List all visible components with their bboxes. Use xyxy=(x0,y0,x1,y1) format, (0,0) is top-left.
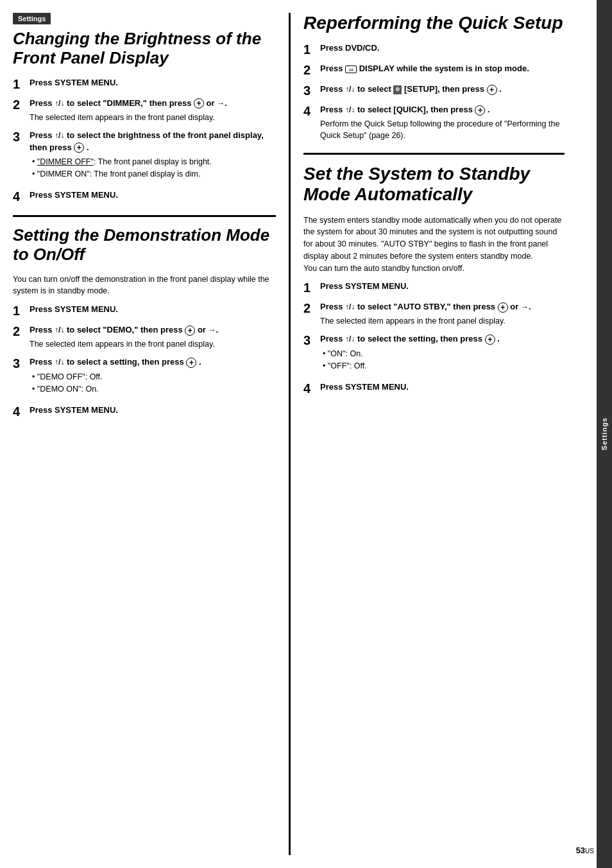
page-suffix: US xyxy=(585,847,594,855)
circle-plus-icon: + xyxy=(186,358,196,368)
step-number: 2 xyxy=(303,63,316,77)
side-tab: Settings xyxy=(597,0,612,868)
step-text: Press SYSTEM MENU. xyxy=(30,304,276,316)
step-number: 4 xyxy=(13,404,26,419)
step-text: Press ↑/↓ to select a setting, then pres… xyxy=(30,356,276,397)
step-note: Perform the Quick Setup following the pr… xyxy=(320,118,565,141)
step-bold: Press SYSTEM MENU. xyxy=(30,405,118,415)
bullet-list: "DIMMER OFF": The front panel display is… xyxy=(32,156,276,180)
circle-plus-icon: + xyxy=(485,334,495,345)
right-column: Reperforming the Quick Setup 1 Press DVD… xyxy=(289,13,565,855)
right-s1-step2: 2 Press ▭ DISPLAY while the system is in… xyxy=(303,63,565,77)
step-number: 4 xyxy=(303,104,316,118)
step-number: 4 xyxy=(303,381,316,395)
arrow-right-icon: → xyxy=(521,302,529,311)
bullet-list: "ON": On. "OFF": Off. xyxy=(323,348,565,372)
step-bold: Press ↑/↓ to select ⚙ [SETUP], then pres… xyxy=(320,84,502,94)
step-bold: Press ↑/↓ to select the brightness of th… xyxy=(30,130,264,152)
section-divider xyxy=(303,153,565,155)
bullet-item: "DIMMER ON": The front panel display is … xyxy=(32,168,276,180)
left-s2-step1: 1 Press SYSTEM MENU. xyxy=(13,304,276,318)
dimmer-off-label: "DIMMER OFF" xyxy=(37,157,94,166)
left-column: Settings Changing the Brightness of the … xyxy=(13,13,289,855)
right-s2-step3: 3 Press ↑/↓ to select the setting, then … xyxy=(303,333,565,374)
right-section2-title: Set the System to Standby Mode Automatic… xyxy=(303,164,565,205)
step-number: 3 xyxy=(303,333,316,347)
circle-plus-icon: + xyxy=(74,143,84,153)
circle-plus-icon: + xyxy=(185,326,195,336)
step-bold: Press ↑/↓ to select the setting, then pr… xyxy=(320,334,500,343)
right-s1-step1: 1 Press DVD/CD. xyxy=(303,42,565,56)
display-icon: ▭ xyxy=(345,65,357,73)
circle-plus-icon: + xyxy=(475,105,485,116)
step-number: 1 xyxy=(303,42,316,56)
step-bold: Press ↑/↓ to select "DIMMER," then press… xyxy=(30,98,227,108)
step-text: Press SYSTEM MENU. xyxy=(30,77,276,89)
bullet-item: "DIMMER OFF": The front panel display is… xyxy=(32,156,276,168)
left-s2-step4: 4 Press SYSTEM MENU. xyxy=(13,404,276,419)
step-text: Press ↑/↓ to select "DEMO," then press +… xyxy=(30,324,276,350)
circle-plus-icon: + xyxy=(487,85,497,95)
step-text: Press SYSTEM MENU. xyxy=(320,381,565,394)
bullet-item: "DEMO ON": On. xyxy=(32,383,276,395)
step-bold: Press ↑/↓ to select [QUICK], then press … xyxy=(320,105,490,114)
right-section1-title: Reperforming the Quick Setup xyxy=(303,13,565,33)
step-bold: Press SYSTEM MENU. xyxy=(320,281,409,291)
step-number: 3 xyxy=(13,356,26,370)
step-note: The selected item appears in the front p… xyxy=(320,315,565,327)
arrow-icon: ↑/↓ xyxy=(55,358,64,367)
circle-plus-icon: + xyxy=(194,98,204,108)
step-number: 1 xyxy=(303,281,316,295)
right-s1-step4: 4 Press ↑/↓ to select [QUICK], then pres… xyxy=(303,104,565,141)
step-bold: Press SYSTEM MENU. xyxy=(30,190,118,200)
step-number: 3 xyxy=(303,83,316,98)
left-s1-step1: 1 Press SYSTEM MENU. xyxy=(13,77,276,91)
right-s1-step3: 3 Press ↑/↓ to select ⚙ [SETUP], then pr… xyxy=(303,83,565,98)
step-text: Press DVD/CD. xyxy=(320,42,565,55)
left-s1-step3: 3 Press ↑/↓ to select the brightness of … xyxy=(13,130,276,183)
step-number: 1 xyxy=(13,77,26,91)
arrow-icon: ↑/↓ xyxy=(55,131,64,140)
left-s2-step2: 2 Press ↑/↓ to select "DEMO," then press… xyxy=(13,324,276,350)
step-text: Press ↑/↓ to select "DIMMER," then press… xyxy=(30,98,276,123)
circle-plus-icon: + xyxy=(498,302,508,313)
step-text: Press ↑/↓ to select the setting, then pr… xyxy=(320,333,565,374)
right-s2-step4: 4 Press SYSTEM MENU. xyxy=(303,381,565,395)
step-number: 2 xyxy=(13,98,26,112)
section2-intro: You can turn on/off the demonstration in… xyxy=(13,273,276,298)
right-s2-step1: 1 Press SYSTEM MENU. xyxy=(303,281,565,295)
step-bold: Press ▭ DISPLAY while the system is in s… xyxy=(320,64,529,73)
side-tab-label: Settings xyxy=(600,417,608,450)
bullet-item: "ON": On. xyxy=(323,348,565,360)
step-text: Press ↑/↓ to select ⚙ [SETUP], then pres… xyxy=(320,83,565,96)
step-bold: Press SYSTEM MENU. xyxy=(30,304,118,314)
step-text: Press ↑/↓ to select the brightness of th… xyxy=(30,130,276,183)
arrow-icon: ↑/↓ xyxy=(345,105,355,114)
settings-badge: Settings xyxy=(13,13,51,24)
arrow-right-icon: → xyxy=(217,99,225,108)
step-text: Press ▭ DISPLAY while the system is in s… xyxy=(320,63,565,75)
step-number: 3 xyxy=(13,130,26,144)
step-note: The selected item appears in the front p… xyxy=(30,112,276,123)
section2-intro: The system enters standby mode automatic… xyxy=(303,214,565,275)
or-label: or xyxy=(198,325,206,334)
step-text: Press SYSTEM MENU. xyxy=(30,189,276,202)
step-text: Press SYSTEM MENU. xyxy=(30,404,276,417)
page: Settings Changing the Brightness of the … xyxy=(0,0,612,868)
section1-title: Changing the Brightness of the Front Pan… xyxy=(13,30,276,68)
step-number: 2 xyxy=(303,301,316,315)
step-bold: Press SYSTEM MENU. xyxy=(30,78,118,87)
main-content: Settings Changing the Brightness of the … xyxy=(0,0,597,868)
step-bold: Press SYSTEM MENU. xyxy=(320,382,409,392)
section-divider xyxy=(13,215,276,217)
step-text: Press SYSTEM MENU. xyxy=(320,281,565,293)
arrow-icon: ↑/↓ xyxy=(345,334,355,343)
bullet-item: "OFF": Off. xyxy=(323,360,565,372)
step-bold: Press ↑/↓ to select a setting, then pres… xyxy=(30,357,201,367)
step-number: 1 xyxy=(13,304,26,318)
arrow-icon: ↑/↓ xyxy=(55,326,64,334)
left-s2-step3: 3 Press ↑/↓ to select a setting, then pr… xyxy=(13,356,276,397)
bullet-list: "DEMO OFF": Off. "DEMO ON": On. xyxy=(32,371,276,395)
step-number: 2 xyxy=(13,324,26,338)
step-text: Press ↑/↓ to select [QUICK], then press … xyxy=(320,104,565,141)
